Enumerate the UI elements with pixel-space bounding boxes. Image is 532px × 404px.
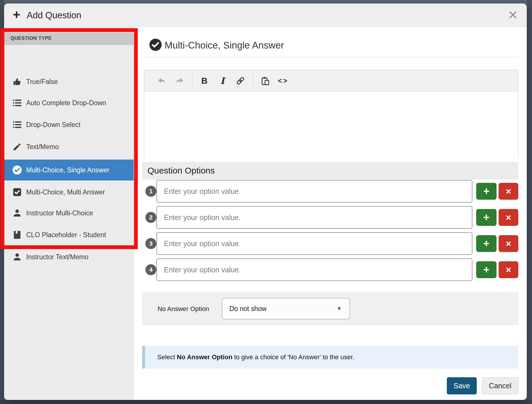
option-input-1[interactable] [156, 180, 472, 203]
backdrop [527, 0, 532, 404]
circle-check-icon [12, 165, 23, 176]
modal-header: + Add Question × [4, 3, 527, 27]
remove-option-button[interactable]: × [499, 209, 518, 226]
sidebar-header: QUESTION TYPE [4, 33, 134, 45]
editor-text-area[interactable] [144, 92, 518, 158]
info-suffix: to give a choice of 'No Answer' to the u… [232, 353, 354, 361]
backdrop [0, 0, 4, 404]
plus-icon: + [13, 8, 20, 22]
add-option-button[interactable]: + [476, 183, 497, 200]
sidebar-item-clo-placeholder-student[interactable]: CLO Placeholder - Student [4, 224, 134, 245]
option-row-2: 2 + × [142, 206, 518, 229]
close-icon[interactable]: × [508, 6, 517, 23]
book-bookmark-icon [12, 229, 23, 240]
person-icon [12, 251, 23, 262]
sidebar-item-instructor-multi-choice[interactable]: Instructor Multi-Choice [4, 203, 134, 224]
sidebar-item-text-memo[interactable]: Text/Memo [4, 136, 134, 157]
question-options-header: Question Options [142, 162, 518, 180]
sidebar-item-drop-down-select[interactable]: Drop-Down Select [4, 114, 134, 135]
screen: + Add Question × QUESTION TYPE True/Fals… [0, 0, 532, 404]
backdrop [0, 400, 532, 404]
circle-check-icon [149, 38, 162, 51]
paste-icon[interactable] [259, 73, 272, 89]
caret-down-icon: ▼ [336, 305, 342, 312]
divider [144, 57, 518, 58]
code-view-button[interactable]: <> [277, 73, 290, 89]
option-row-3: 3 + × [142, 232, 518, 255]
no-answer-label: No Answer Option [158, 305, 209, 313]
add-question-modal: + Add Question × QUESTION TYPE True/Fals… [4, 3, 527, 400]
add-option-button[interactable]: + [476, 209, 497, 226]
checkbox-icon [12, 187, 23, 198]
thumbs-up-icon [12, 76, 23, 87]
option-number-badge: 2 [145, 212, 156, 223]
no-answer-selected-value: Do not show [229, 305, 267, 313]
info-prefix: Select [157, 353, 177, 361]
editor-toolbar: B I <> [144, 70, 518, 92]
option-number-badge: 1 [145, 186, 156, 197]
remove-option-button[interactable]: × [499, 183, 518, 200]
question-type-sidebar: QUESTION TYPE True/False Auto Complete D… [4, 27, 134, 400]
option-number-badge: 4 [145, 264, 156, 275]
pencil-icon [12, 141, 23, 152]
page-title: Multi-Choice, Single Answer [165, 40, 284, 51]
option-input-2[interactable] [156, 206, 472, 229]
add-option-button[interactable]: + [476, 235, 497, 252]
link-icon[interactable] [234, 73, 247, 89]
option-input-3[interactable] [156, 232, 472, 255]
info-message: Select No Answer Option to give a choice… [142, 346, 518, 369]
remove-option-button[interactable]: × [499, 261, 518, 278]
sidebar-item-auto-complete-drop-down[interactable]: Auto Complete Drop-Down [4, 92, 134, 113]
modal-title: Add Question [27, 10, 81, 21]
toolbar-separator [253, 73, 253, 89]
undo-icon[interactable] [155, 73, 168, 89]
cancel-button[interactable]: Cancel [482, 377, 518, 394]
option-input-4[interactable] [156, 258, 472, 281]
save-button[interactable]: Save [447, 377, 477, 394]
person-icon [12, 208, 23, 219]
add-option-button[interactable]: + [476, 261, 497, 278]
redo-icon[interactable] [173, 73, 186, 89]
no-answer-select[interactable]: Do not show ▼ [222, 298, 350, 319]
question-text-editor: B I <> [144, 70, 518, 158]
option-row-1: 1 + × [142, 180, 518, 203]
sidebar-item-multi-choice-single-answer[interactable]: Multi-Choice, Single Answer [4, 160, 134, 180]
bold-button[interactable]: B [198, 73, 211, 89]
no-answer-panel: No Answer Option Do not show ▼ [142, 292, 518, 325]
sidebar-item-multi-choice-multi-answer[interactable]: Multi-Choice, Multi Answer [4, 182, 134, 203]
italic-button[interactable]: I [216, 73, 229, 89]
sidebar-item-instructor-text-memo[interactable]: Instructor Text/Memo [4, 246, 134, 267]
list-icon [12, 119, 23, 130]
sidebar-item-true-false[interactable]: True/False [4, 71, 134, 92]
toolbar-separator [192, 73, 193, 89]
list-icon [12, 97, 23, 108]
option-number-badge: 3 [145, 238, 156, 249]
remove-option-button[interactable]: × [499, 235, 518, 252]
info-bold: No Answer Option [177, 353, 232, 361]
option-row-4: 4 + × [142, 258, 518, 281]
